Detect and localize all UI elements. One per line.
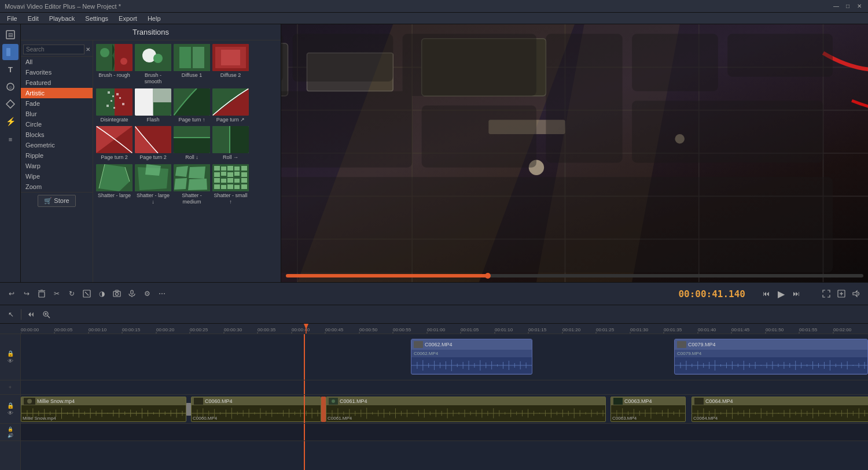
svg-text:00:00:00: 00:00:00 [21, 327, 39, 332]
track-audio-content[interactable] [21, 424, 868, 441]
filter-button[interactable]: ◑ [95, 287, 109, 301]
clip-millie-snow[interactable]: Millie Snow.mp4 [21, 397, 186, 422]
tool-motion[interactable]: ⚡ [2, 113, 19, 129]
svg-rect-67 [241, 166, 247, 171]
category-favorites[interactable]: Favorites [21, 67, 93, 77]
close-search-button[interactable]: ✕ [86, 46, 90, 53]
category-zoom[interactable]: Zoom [21, 182, 93, 192]
delete-button[interactable] [35, 287, 49, 301]
track-eye-icon[interactable]: 👁 [8, 358, 13, 364]
clip-c0079[interactable]: C0079.MP4 C0079.MP4 [674, 339, 868, 375]
transition-diffuse2[interactable]: Diffuse 2 [212, 43, 249, 86]
left-toolbar: ▤ T ☺ ⚡ ≡ [0, 24, 21, 282]
svg-rect-72 [241, 172, 247, 177]
svg-text:00:00:25: 00:00:25 [190, 327, 208, 332]
more-tools-button[interactable]: ⋯ [155, 287, 169, 301]
play-button[interactable]: ▶ [774, 287, 788, 301]
transition-pageturn2b[interactable]: Page turn 2 [134, 125, 172, 162]
expand-button[interactable] [834, 287, 848, 301]
snapshot-button[interactable] [110, 287, 124, 301]
fullscreen-button[interactable] [819, 287, 833, 301]
track-main-lock[interactable]: 🔒 [7, 402, 14, 409]
category-warp[interactable]: Warp [21, 161, 93, 171]
transition-shatter-medium[interactable]: Shatter - medium [173, 163, 211, 206]
transition-shatter-large[interactable]: Shatter - large [95, 163, 133, 206]
category-artistic[interactable]: Artistic [21, 88, 93, 98]
category-wipe[interactable]: Wipe [21, 171, 93, 182]
transition-pageturn-ne[interactable]: Page turn ↗ [212, 87, 249, 124]
transition-brush-smooth[interactable]: Brush - smooth [134, 43, 172, 86]
track-audio-lock[interactable]: 🔒 [8, 427, 13, 432]
arrow-tool[interactable]: ↖ [5, 308, 17, 321]
track-main-content[interactable]: Millie Snow.mp4 [21, 395, 868, 423]
cut-button[interactable]: ✂ [50, 287, 64, 301]
transition-brush-rough[interactable]: Brush - rough [95, 43, 133, 86]
menu-file[interactable]: File [2, 14, 22, 23]
track-lock-icon[interactable]: 🔒 [7, 350, 14, 357]
clip-c0060[interactable]: C0060.MP4 [191, 397, 321, 422]
mic-button[interactable] [125, 287, 139, 301]
playhead-audio [304, 424, 305, 441]
tool-titles[interactable]: T [2, 61, 19, 77]
tool-effects[interactable] [2, 96, 19, 112]
svg-rect-121 [131, 290, 133, 294]
transition-pageturn2[interactable]: Page turn 2 [95, 125, 133, 162]
transition-shatter-large-down[interactable]: Shatter - large ↓ [134, 163, 172, 206]
category-all[interactable]: All [21, 57, 93, 67]
skip-fwd-button[interactable]: ⏭ [789, 287, 803, 301]
settings-tool-button[interactable]: ⚙ [140, 287, 154, 301]
track-audio-mute[interactable]: 🔊 [8, 433, 13, 438]
category-featured[interactable]: Featured [21, 77, 93, 88]
category-blur[interactable]: Blur [21, 109, 93, 119]
category-ripple[interactable]: Ripple [21, 150, 93, 161]
svg-text:00:00:05: 00:00:05 [54, 327, 73, 332]
transition-roll-down[interactable]: Roll ↓ [173, 125, 211, 162]
transition-pageturn1[interactable]: Page turn ↑ [173, 87, 211, 124]
redo2-button[interactable]: ↻ [65, 287, 79, 301]
transition-flash[interactable]: Flash [134, 87, 172, 124]
category-geometric[interactable]: Geometric [21, 140, 93, 150]
category-fade[interactable]: Fade [21, 98, 93, 109]
transition-roll-right[interactable]: Roll → [212, 125, 249, 162]
clip-c0062[interactable]: C0062.MP4 C0062.MP4 [411, 339, 532, 375]
timeline-ruler[interactable]: 00:00:00 00:00:05 00:00:10 00:00:15 00:0… [0, 324, 868, 334]
window-controls[interactable]: — □ ✕ [832, 2, 863, 10]
search-input[interactable] [23, 45, 84, 54]
tool-more[interactable]: ≡ [2, 131, 19, 147]
seekbar-thumb[interactable] [485, 273, 491, 279]
transition-disintegrate[interactable]: Disintegrate [95, 87, 133, 124]
volume-button[interactable] [849, 287, 863, 301]
skip-back-button[interactable]: ⏮ [759, 287, 773, 301]
clip-c0064[interactable]: C0064.MP4 [692, 397, 868, 422]
store-button[interactable]: 🛒 Store [38, 195, 75, 207]
menu-playback[interactable]: Playback [45, 14, 80, 23]
menu-settings[interactable]: Settings [80, 14, 113, 23]
track-add-icon[interactable]: + [9, 384, 12, 390]
transition-marker-2 [321, 397, 326, 422]
menu-help[interactable]: Help [143, 14, 165, 23]
menu-export[interactable]: Export [114, 14, 142, 23]
ripple-edit[interactable] [25, 308, 38, 321]
transition-diffuse1-label: Diffuse 1 [182, 72, 202, 79]
zoom-in-timeline[interactable] [40, 308, 53, 321]
track-overlay-content[interactable]: C0062.MP4 C0062.MP4 [21, 334, 868, 380]
tool-import[interactable]: ▤ [2, 27, 19, 43]
close-button[interactable]: ✕ [855, 2, 863, 10]
category-blocks[interactable]: Blocks [21, 129, 93, 140]
transition-shatter-small[interactable]: Shatter - small ↑ [212, 163, 249, 206]
undo-button[interactable]: ↩ [5, 287, 19, 301]
category-circle[interactable]: Circle [21, 119, 93, 129]
tool-transitions[interactable] [2, 44, 19, 60]
clip-c0063[interactable]: C0063.MP4 [610, 397, 686, 422]
minimize-button[interactable]: — [832, 2, 840, 10]
transition-diffuse1[interactable]: Diffuse 1 [173, 43, 211, 86]
maximize-button[interactable]: □ [844, 2, 852, 10]
tool-stickers[interactable]: ☺ [2, 79, 19, 95]
clip-c0061[interactable]: C0061.MP4 [326, 397, 606, 422]
crop-button[interactable] [80, 287, 94, 301]
preview-seekbar[interactable] [286, 274, 863, 277]
playhead-overlay [304, 334, 305, 380]
redo-button[interactable]: ↪ [20, 287, 34, 301]
track-main-eye[interactable]: 👁 [8, 410, 13, 416]
menu-edit[interactable]: Edit [23, 14, 43, 23]
